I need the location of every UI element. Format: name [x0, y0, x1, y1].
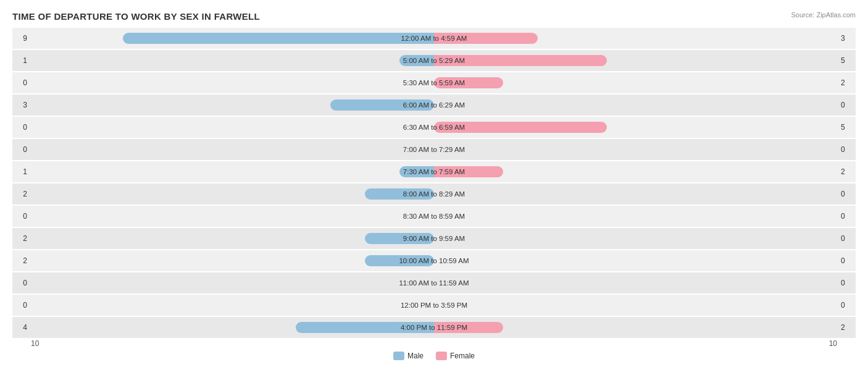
male-value: 9	[12, 34, 31, 43]
bars-center: 6:00 AM to 6:29 AM	[31, 95, 837, 116]
female-bar	[434, 166, 503, 177]
female-bar	[434, 33, 538, 44]
rows-area: 912:00 AM to 4:59 AM315:00 AM to 5:29 AM…	[12, 28, 856, 338]
table-row: 07:00 AM to 7:29 AM0	[12, 139, 856, 160]
female-bar	[434, 77, 503, 88]
legend: Male Female	[12, 352, 856, 360]
female-value: 3	[837, 34, 856, 43]
male-value: 0	[12, 212, 31, 221]
female-label: Female	[450, 352, 475, 360]
male-value: 2	[12, 256, 31, 265]
legend-female: Female	[436, 352, 475, 360]
male-value: 0	[12, 279, 31, 287]
female-bar	[434, 122, 607, 133]
female-value: 0	[837, 256, 856, 265]
legend-male: Male	[393, 352, 424, 360]
female-value: 2	[837, 78, 856, 87]
male-value: 2	[12, 190, 31, 198]
male-bar	[365, 255, 434, 266]
female-value: 0	[837, 234, 856, 243]
time-label: 8:30 AM to 8:59 AM	[403, 213, 465, 220]
male-bar	[330, 99, 434, 111]
male-value: 0	[12, 145, 31, 154]
male-bar	[123, 33, 434, 44]
table-row: 29:00 AM to 9:59 AM0	[12, 228, 856, 249]
bars-center: 9:00 AM to 9:59 AM	[31, 228, 837, 249]
time-label: 12:00 PM to 3:59 PM	[401, 302, 467, 309]
table-row: 912:00 AM to 4:59 AM3	[12, 28, 856, 49]
source-text: Source: ZipAtlas.com	[791, 11, 856, 19]
male-value: 4	[12, 323, 31, 332]
bars-center: 4:00 PM to 11:59 PM	[31, 317, 837, 338]
male-value: 0	[12, 301, 31, 310]
table-row: 011:00 AM to 11:59 AM0	[12, 272, 856, 293]
bars-center: 5:30 AM to 5:59 AM	[31, 72, 837, 93]
axis-labels: 10 10	[12, 339, 856, 348]
male-label: Male	[407, 352, 424, 360]
bars-center: 7:00 AM to 7:29 AM	[31, 139, 837, 160]
chart-container: TIME OF DEPARTURE TO WORK BY SEX IN FARW…	[0, 0, 868, 367]
male-value: 3	[12, 101, 31, 109]
female-bar	[434, 55, 607, 66]
female-value: 2	[837, 323, 856, 332]
table-row: 17:30 AM to 7:59 AM2	[12, 161, 856, 182]
time-label: 11:00 AM to 11:59 AM	[399, 279, 469, 287]
male-value: 2	[12, 234, 31, 243]
bars-center: 10:00 AM to 10:59 AM	[31, 250, 837, 271]
bars-center: 8:30 AM to 8:59 AM	[31, 206, 837, 227]
table-row: 06:30 AM to 6:59 AM5	[12, 117, 856, 138]
table-row: 44:00 PM to 11:59 PM2	[12, 317, 856, 338]
bars-center: 6:30 AM to 6:59 AM	[31, 117, 837, 138]
female-value: 5	[837, 123, 856, 132]
table-row: 28:00 AM to 8:29 AM0	[12, 184, 856, 205]
bars-center: 7:30 AM to 7:59 AM	[31, 161, 837, 182]
male-value: 0	[12, 78, 31, 87]
axis-right-label: 10	[829, 339, 837, 348]
male-bar	[399, 166, 434, 177]
female-value: 2	[837, 167, 856, 176]
female-value: 0	[837, 212, 856, 221]
female-value: 0	[837, 145, 856, 154]
female-value: 0	[837, 301, 856, 310]
table-row: 210:00 AM to 10:59 AM0	[12, 250, 856, 271]
time-label: 7:00 AM to 7:29 AM	[403, 146, 465, 153]
female-value: 0	[837, 190, 856, 198]
female-value: 0	[837, 101, 856, 109]
male-bar	[296, 322, 434, 333]
male-bar	[365, 188, 434, 200]
male-value: 1	[12, 56, 31, 65]
table-row: 05:30 AM to 5:59 AM2	[12, 72, 856, 93]
female-value: 5	[837, 56, 856, 65]
female-bar	[434, 322, 503, 333]
male-value: 1	[12, 167, 31, 176]
male-swatch	[393, 352, 404, 360]
bars-center: 11:00 AM to 11:59 AM	[31, 272, 837, 293]
axis-left-label: 10	[31, 339, 39, 348]
chart-title: TIME OF DEPARTURE TO WORK BY SEX IN FARW…	[12, 11, 856, 22]
table-row: 15:00 AM to 5:29 AM5	[12, 50, 856, 71]
male-value: 0	[12, 123, 31, 132]
female-swatch	[436, 352, 447, 360]
male-bar	[365, 233, 434, 244]
bars-center: 5:00 AM to 5:29 AM	[31, 50, 837, 71]
bars-center: 12:00 AM to 4:59 AM	[31, 28, 837, 49]
table-row: 012:00 PM to 3:59 PM0	[12, 295, 856, 316]
table-row: 08:30 AM to 8:59 AM0	[12, 206, 856, 227]
male-bar	[399, 55, 434, 66]
bars-center: 8:00 AM to 8:29 AM	[31, 184, 837, 205]
table-row: 36:00 AM to 6:29 AM0	[12, 95, 856, 116]
female-value: 0	[837, 279, 856, 287]
bars-center: 12:00 PM to 3:59 PM	[31, 295, 837, 316]
